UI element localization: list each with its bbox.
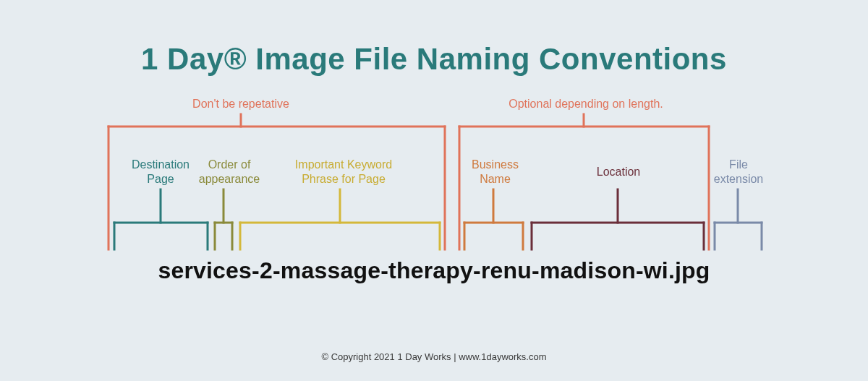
label-keyword-phrase: Important KeywordPhrase for Page xyxy=(275,158,412,187)
note-optional: Optional depending on length. xyxy=(485,98,687,111)
note-dont-repeat: Don't be repetative xyxy=(145,98,337,111)
label-destination-page: DestinationPage xyxy=(116,158,205,187)
label-order-of-appearance: Order ofappearance xyxy=(190,158,269,187)
page-title: 1 Day® Image File Naming Conventions xyxy=(0,42,868,77)
footer-copyright: © Copyright 2021 1 Day Works | www.1dayw… xyxy=(0,351,868,362)
example-filename: services-2-massage-therapy-renu-madison-… xyxy=(0,257,868,284)
label-location: Location xyxy=(571,165,665,179)
label-business-name: BusinessName xyxy=(457,158,533,187)
label-file-extension: Fileextension xyxy=(699,158,778,187)
